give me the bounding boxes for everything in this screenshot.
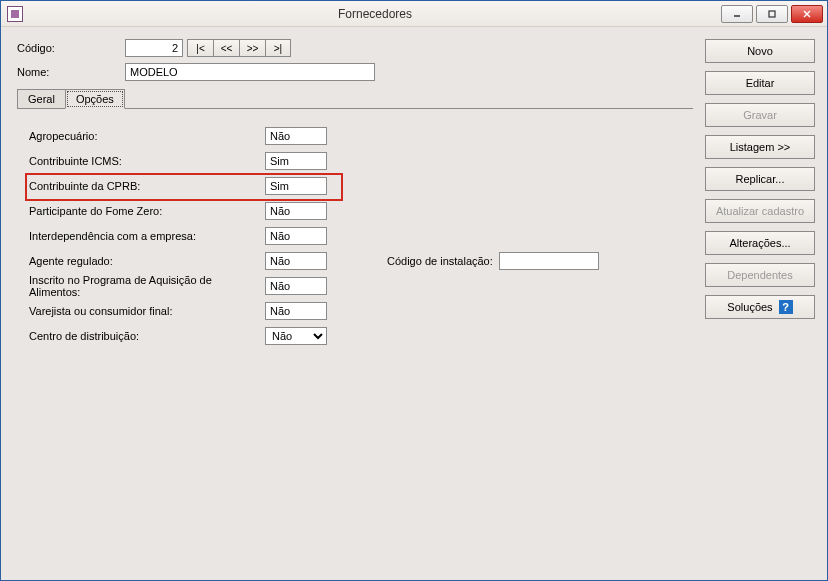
solucoes-button[interactable]: Soluções ?: [705, 295, 815, 319]
fome-zero-value[interactable]: Não: [265, 202, 327, 220]
opt-agente-regulado: Agente regulado: Não Código de instalaçã…: [29, 252, 681, 270]
content: Código: |< << >> >| Nome: Geral Opções: [1, 27, 827, 580]
window-title: Fornecedores: [29, 7, 721, 21]
opt-fome-zero: Participante do Fome Zero: Não: [29, 202, 681, 220]
contribuinte-cprb-label: Contribuinte da CPRB:: [29, 180, 265, 192]
tab-geral[interactable]: Geral: [17, 89, 65, 108]
opt-centro-distribuicao: Centro de distribuição: Não: [29, 327, 681, 345]
agropecuario-label: Agropecuário:: [29, 130, 265, 142]
main-panel: Código: |< << >> >| Nome: Geral Opções: [17, 39, 705, 570]
codigo-instalacao-input[interactable]: [499, 252, 599, 270]
nome-input[interactable]: [125, 63, 375, 81]
window-buttons: [721, 5, 823, 23]
atualizar-cadastro-button[interactable]: Atualizar cadastro: [705, 199, 815, 223]
nav-prev-button[interactable]: <<: [213, 39, 239, 57]
inscrito-paa-value[interactable]: Não: [265, 277, 327, 295]
novo-button[interactable]: Novo: [705, 39, 815, 63]
minimize-icon: [732, 9, 742, 19]
nome-label: Nome:: [17, 66, 125, 78]
contribuinte-icms-label: Contribuinte ICMS:: [29, 155, 265, 167]
codigo-input[interactable]: [125, 39, 183, 57]
nav-last-button[interactable]: >|: [265, 39, 291, 57]
centro-distribuicao-select[interactable]: Não: [265, 327, 327, 345]
replicar-button[interactable]: Replicar...: [705, 167, 815, 191]
interdependencia-value[interactable]: Não: [265, 227, 327, 245]
opt-varejista: Varejista ou consumidor final: Não: [29, 302, 681, 320]
opt-contribuinte-cprb: Contribuinte da CPRB: Sim: [29, 177, 681, 195]
help-icon: ?: [779, 300, 793, 314]
tabs: Geral Opções: [17, 89, 693, 108]
contribuinte-icms-value[interactable]: Sim: [265, 152, 327, 170]
editar-button[interactable]: Editar: [705, 71, 815, 95]
agente-regulado-label: Agente regulado:: [29, 255, 265, 267]
interdependencia-label: Interdependência com a empresa:: [29, 230, 265, 242]
centro-distribuicao-label: Centro de distribuição:: [29, 330, 265, 342]
solucoes-label: Soluções: [727, 301, 772, 313]
codigo-instalacao-label: Código de instalação:: [387, 255, 493, 267]
codigo-label: Código:: [17, 42, 125, 54]
listagem-button[interactable]: Listagem >>: [705, 135, 815, 159]
codigo-row: Código: |< << >> >|: [17, 39, 693, 57]
nav-next-button[interactable]: >>: [239, 39, 265, 57]
opt-agropecuario: Agropecuário: Não: [29, 127, 681, 145]
opt-inscrito-paa: Inscrito no Programa de Aquisição de Ali…: [29, 277, 681, 295]
nav-first-button[interactable]: |<: [187, 39, 213, 57]
close-icon: [802, 9, 812, 19]
maximize-icon: [767, 9, 777, 19]
tab-panel-opcoes: Agropecuário: Não Contribuinte ICMS: Sim…: [17, 108, 693, 538]
alteracoes-button[interactable]: Alterações...: [705, 231, 815, 255]
window: Fornecedores Código: |< << >> >|: [0, 0, 828, 581]
agente-regulado-value[interactable]: Não: [265, 252, 327, 270]
maximize-button[interactable]: [756, 5, 788, 23]
opt-contribuinte-icms: Contribuinte ICMS: Sim: [29, 152, 681, 170]
sidebar: Novo Editar Gravar Listagem >> Replicar.…: [705, 39, 815, 570]
varejista-value[interactable]: Não: [265, 302, 327, 320]
varejista-label: Varejista ou consumidor final:: [29, 305, 265, 317]
dependentes-button[interactable]: Dependentes: [705, 263, 815, 287]
opt-interdependencia: Interdependência com a empresa: Não: [29, 227, 681, 245]
inscrito-paa-label: Inscrito no Programa de Aquisição de Ali…: [29, 274, 265, 298]
close-button[interactable]: [791, 5, 823, 23]
fome-zero-label: Participante do Fome Zero:: [29, 205, 265, 217]
record-nav: |< << >> >|: [187, 39, 291, 57]
minimize-button[interactable]: [721, 5, 753, 23]
app-icon: [7, 6, 23, 22]
svg-rect-1: [769, 11, 775, 17]
titlebar: Fornecedores: [1, 1, 827, 27]
gravar-button[interactable]: Gravar: [705, 103, 815, 127]
contribuinte-cprb-value[interactable]: Sim: [265, 177, 327, 195]
tab-opcoes[interactable]: Opções: [65, 89, 125, 109]
agropecuario-value[interactable]: Não: [265, 127, 327, 145]
nome-row: Nome:: [17, 63, 693, 81]
